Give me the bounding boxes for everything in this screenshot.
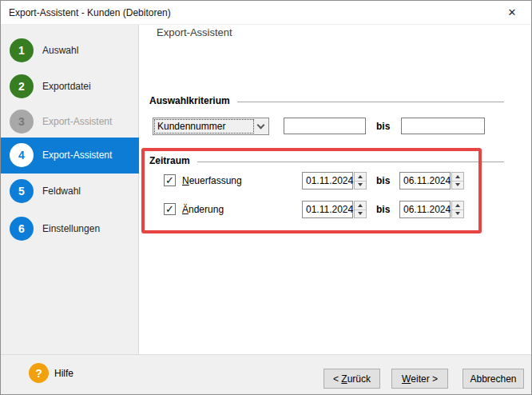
spinner-buttons	[451, 172, 464, 190]
window-title: Export-Assistent - Kunden (Debitoren)	[9, 7, 171, 18]
step-number-badge: 6	[10, 217, 34, 241]
sidebar-item-export-assistent-active[interactable]: 4 Export-Assistent	[1, 138, 139, 174]
bis-label: bis	[376, 175, 390, 186]
step-number-badge: 2	[10, 74, 34, 98]
aenderung-checkbox[interactable]: ✓	[164, 203, 176, 215]
zeitraum-group-label: Zeitraum	[149, 155, 190, 166]
aenderung-to-date-spinner: 06.11.2024	[399, 201, 464, 218]
spin-down-icon[interactable]	[355, 182, 366, 190]
close-icon[interactable]: ✕	[498, 1, 526, 24]
zeitraum-group-header: Zeitraum	[149, 155, 504, 166]
checkmark-icon: ✓	[165, 175, 174, 186]
group-separator-line	[197, 162, 504, 162]
date-value[interactable]: 01.11.2024	[302, 201, 353, 218]
aenderung-from-date-spinner: 01.11.2024	[302, 201, 367, 218]
sidebar-item-exportdatei[interactable]: 2 Exportdatei	[1, 69, 139, 104]
spin-up-icon[interactable]	[452, 201, 463, 210]
spin-down-icon[interactable]	[355, 210, 366, 218]
page-title: Export-Assistent	[157, 26, 232, 38]
group-separator-line	[237, 102, 504, 102]
sidebar-item-label: Export-Assistent	[42, 116, 112, 127]
step-number-badge: 5	[10, 179, 34, 203]
sidebar-item-feldwahl[interactable]: 5 Feldwahl	[1, 174, 139, 209]
auswahlkriterium-group-label: Auswahlkriterium	[149, 95, 230, 106]
step-number-badge: 3	[10, 110, 34, 134]
criterion-to-input[interactable]	[401, 118, 485, 134]
neuerfassung-label[interactable]: Neuerfassung	[182, 175, 242, 186]
checkmark-icon: ✓	[165, 204, 174, 214]
wizard-step-sidebar: 1 Auswahl 2 Exportdatei 3 Export-Assiste…	[1, 25, 139, 354]
step-number-badge: 4	[10, 143, 34, 167]
step-number-badge: 1	[10, 38, 34, 62]
cancel-button[interactable]: Abbrechen	[463, 369, 524, 389]
spin-down-icon[interactable]	[452, 182, 463, 190]
sidebar-item-label: Exportdatei	[42, 81, 91, 92]
sidebar-item-label: Feldwahl	[42, 186, 81, 197]
chevron-down-icon	[253, 118, 268, 134]
help-label[interactable]: Hilfe	[54, 368, 73, 379]
criterion-dropdown[interactable]: Kundennummer	[153, 118, 269, 135]
export-wizard-dialog: Export-Assistent - Kunden (Debitoren) ✕ …	[0, 0, 532, 395]
spinner-buttons	[354, 172, 367, 190]
auswahlkriterium-group-header: Auswahlkriterium	[149, 95, 504, 106]
date-value[interactable]: 06.11.2024	[399, 172, 451, 190]
neuerfassung-checkbox[interactable]: ✓	[164, 174, 176, 186]
spin-up-icon[interactable]	[355, 201, 366, 210]
sidebar-item-einstellungen[interactable]: 6 Einstellungen	[1, 211, 139, 246]
sidebar-item-label: Export-Assistent	[42, 150, 112, 161]
footer-bar: ? Hilfe < Zurück Weiter > Abbrechen	[1, 354, 531, 394]
criterion-from-input[interactable]	[284, 118, 366, 134]
spinner-buttons	[354, 201, 367, 218]
spinner-buttons	[451, 201, 464, 218]
titlebar: Export-Assistent - Kunden (Debitoren)	[1, 1, 531, 25]
sidebar-item-export-assistent-disabled: 3 Export-Assistent	[1, 104, 139, 139]
sidebar-item-label: Auswahl	[42, 45, 78, 56]
criterion-dropdown-value: Kundennummer	[155, 120, 253, 133]
sidebar-item-auswahl[interactable]: 1 Auswahl	[1, 33, 139, 68]
bis-label: bis	[376, 204, 390, 215]
next-button[interactable]: Weiter >	[391, 369, 448, 389]
spin-up-icon[interactable]	[452, 173, 463, 182]
aenderung-label[interactable]: Änderung	[182, 204, 224, 215]
bis-label: bis	[376, 121, 390, 132]
neuerfassung-to-date-spinner: 06.11.2024	[399, 172, 464, 190]
sidebar-item-label: Einstellungen	[42, 223, 100, 234]
date-value[interactable]: 01.11.2024	[302, 172, 353, 190]
help-icon[interactable]: ?	[29, 363, 49, 383]
spin-down-icon[interactable]	[452, 210, 463, 218]
spin-up-icon[interactable]	[355, 173, 366, 182]
back-button[interactable]: < Zurück	[324, 369, 380, 389]
neuerfassung-from-date-spinner: 01.11.2024	[302, 172, 367, 190]
date-value[interactable]: 06.11.2024	[399, 201, 451, 218]
